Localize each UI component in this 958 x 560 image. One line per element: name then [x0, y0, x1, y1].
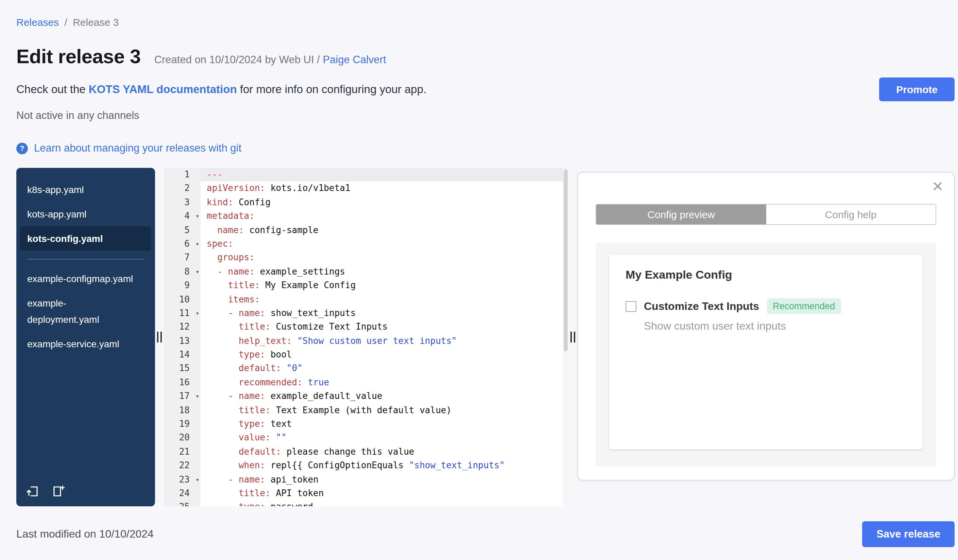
tab-config-preview[interactable]: Config preview — [596, 204, 766, 224]
footer-row: Last modified on 10/10/2024 Save release — [16, 521, 955, 547]
file-tree-actions — [26, 484, 65, 498]
doc-line-prefix: Check out the — [16, 83, 89, 95]
code-line[interactable]: groups: — [201, 251, 568, 265]
line-number: 2 — [164, 182, 201, 196]
file-tree-item[interactable]: example-configmap.yaml — [16, 266, 155, 291]
created-info: Created on 10/10/2024 by Web UI / Paige … — [154, 54, 386, 66]
config-group-title: My Example Config — [625, 269, 906, 282]
code-line[interactable]: --- — [201, 168, 568, 182]
fold-arrow-icon[interactable]: ▾ — [195, 390, 199, 404]
file-tree-item[interactable]: example-service.yaml — [16, 332, 155, 356]
file-tree-item[interactable]: kots-config.yaml — [21, 226, 151, 251]
code-line[interactable]: value: "" — [201, 431, 568, 445]
question-icon: ? — [16, 142, 28, 154]
line-number: 5 — [164, 223, 201, 237]
line-number: 10 — [164, 293, 201, 307]
config-preview-panel: × Config preview Config help My Example … — [577, 172, 955, 481]
line-number: 22 — [164, 459, 201, 473]
code-line[interactable]: type: bool — [201, 348, 568, 362]
kots-yaml-doc-link[interactable]: KOTS YAML documentation — [89, 83, 237, 95]
git-releases-link[interactable]: Learn about managing your releases with … — [34, 142, 241, 154]
file-tree-item[interactable]: kots-app.yaml — [16, 202, 155, 226]
tab-config-help[interactable]: Config help — [766, 204, 936, 224]
code-line[interactable]: - name: example_settings — [201, 265, 568, 278]
release-editor-workspace: k8s-app.yamlkots-app.yamlkots-config.yam… — [16, 168, 955, 506]
code-line[interactable]: kind: Config — [201, 196, 568, 210]
code-line[interactable]: title: API token — [201, 487, 568, 500]
yaml-editor[interactable]: 1234▾56▾78▾91011▾121314151617▾1819202122… — [164, 168, 568, 506]
line-number: 17▾ — [164, 390, 201, 404]
line-number: 25 — [164, 500, 201, 506]
author-link[interactable]: Paige Calvert — [323, 54, 386, 65]
code-line[interactable]: title: Text Example (with default value) — [201, 403, 568, 417]
file-tree-divider — [27, 259, 144, 259]
promote-button[interactable]: Promote — [879, 78, 955, 101]
line-number: 4▾ — [164, 209, 201, 223]
line-number: 15 — [164, 362, 201, 376]
code-line[interactable]: name: config-sample — [201, 223, 568, 237]
fold-arrow-icon[interactable]: ▾ — [195, 307, 199, 320]
channel-status: Not active in any channels — [16, 109, 955, 122]
file-tree-item[interactable]: example-deployment.yaml — [16, 291, 155, 332]
code-line[interactable]: help_text: "Show custom user text inputs… — [201, 334, 568, 348]
line-number: 16 — [164, 376, 201, 390]
breadcrumb-releases-link[interactable]: Releases — [16, 16, 59, 28]
customize-text-inputs-checkbox[interactable] — [625, 301, 636, 312]
config-preview-area: My Example Config Customize Text Inputs … — [596, 243, 936, 467]
breadcrumb: Releases / Release 3 — [16, 16, 955, 28]
code-line[interactable]: items: — [201, 293, 568, 307]
code-line[interactable]: default: "0" — [201, 362, 568, 376]
title-row: Edit release 3 Created on 10/10/2024 by … — [16, 46, 955, 68]
code-line[interactable]: type: password — [201, 500, 568, 506]
fold-arrow-icon[interactable]: ▾ — [195, 209, 199, 223]
save-release-button[interactable]: Save release — [862, 521, 955, 547]
line-number: 18 — [164, 403, 201, 417]
code-line[interactable]: default: please change this value — [201, 445, 568, 459]
breadcrumb-separator: / — [64, 16, 67, 28]
line-number: 8▾ — [164, 265, 201, 278]
fold-arrow-icon[interactable]: ▾ — [195, 237, 199, 251]
editor-code-area[interactable]: ---apiVersion: kots.io/v1beta1kind: Conf… — [201, 168, 568, 506]
doc-row: Check out the KOTS YAML documentation fo… — [16, 78, 955, 101]
file-tree-sidebar: k8s-app.yamlkots-app.yamlkots-config.yam… — [16, 168, 155, 506]
code-line[interactable]: - name: example_default_value — [201, 390, 568, 404]
doc-line-suffix: for more info on configuring your app. — [237, 83, 427, 95]
code-line[interactable]: - name: api_token — [201, 473, 568, 487]
fold-arrow-icon[interactable]: ▾ — [195, 265, 199, 278]
config-item-label: Customize Text Inputs — [644, 300, 759, 312]
code-line[interactable]: type: text — [201, 417, 568, 431]
line-number: 24 — [164, 487, 201, 500]
line-number: 1 — [164, 168, 201, 182]
line-number: 20 — [164, 431, 201, 445]
code-line[interactable]: spec: — [201, 237, 568, 251]
editor-scrollbar-thumb[interactable] — [564, 169, 568, 351]
code-line[interactable]: - name: show_text_inputs — [201, 307, 568, 320]
line-number: 21 — [164, 445, 201, 459]
close-icon[interactable]: × — [932, 176, 943, 198]
editor-scrollbar[interactable] — [563, 168, 568, 506]
created-text: Created on 10/10/2024 by Web UI / — [154, 54, 320, 65]
config-group-card: My Example Config Customize Text Inputs … — [609, 255, 923, 449]
code-line[interactable]: title: Customize Text Inputs — [201, 320, 568, 334]
preview-resize-handle[interactable] — [571, 332, 575, 343]
code-line[interactable]: apiVersion: kots.io/v1beta1 — [201, 182, 568, 196]
config-tabs: Config preview Config help — [596, 204, 936, 225]
file-tree-item[interactable]: k8s-app.yaml — [16, 177, 155, 202]
line-number: 11▾ — [164, 307, 201, 320]
line-number: 7 — [164, 251, 201, 265]
config-preview-column: × Config preview Config help My Example … — [577, 168, 955, 506]
page-title: Edit release 3 — [16, 46, 141, 68]
code-line[interactable]: title: My Example Config — [201, 278, 568, 293]
code-line[interactable]: when: repl{{ ConfigOptionEquals "show_te… — [201, 459, 568, 473]
last-modified-text: Last modified on 10/10/2024 — [16, 528, 154, 540]
fold-arrow-icon[interactable]: ▾ — [195, 473, 199, 487]
git-help-row: ? Learn about managing your releases wit… — [16, 142, 955, 154]
line-number: 13 — [164, 334, 201, 348]
file-tree-list: k8s-app.yamlkots-app.yamlkots-config.yam… — [16, 177, 155, 356]
line-number: 9 — [164, 278, 201, 293]
upload-file-icon[interactable] — [26, 484, 40, 498]
code-line[interactable]: recommended: true — [201, 376, 568, 390]
code-line[interactable]: metadata: — [201, 209, 568, 223]
new-file-icon[interactable] — [51, 484, 65, 498]
sidebar-resize-handle[interactable] — [157, 332, 162, 343]
